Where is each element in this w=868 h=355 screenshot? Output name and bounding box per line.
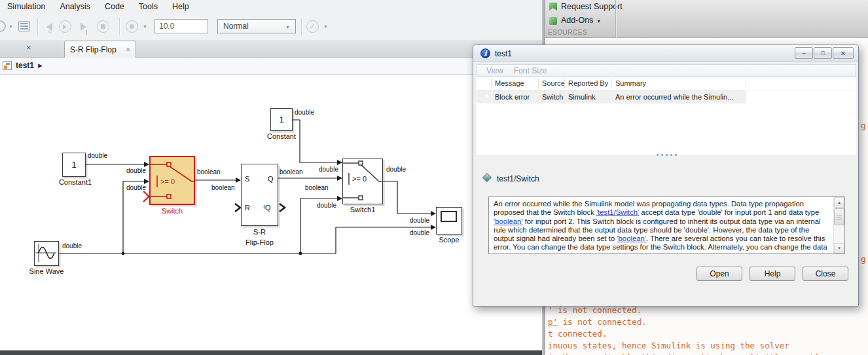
port-nq: !Q: [263, 204, 271, 212]
hidden-tab-close-icon[interactable]: ×: [26, 43, 31, 52]
addons-button[interactable]: Add-Ons▼: [561, 16, 601, 25]
block-switch[interactable]: >= 0: [149, 156, 195, 205]
close-window-button[interactable]: ✕: [833, 47, 854, 59]
col-icon: [477, 79, 492, 88]
constant1-value: 1: [63, 153, 85, 176]
open-button[interactable]: Open: [696, 267, 742, 281]
block-scope[interactable]: [436, 207, 462, 234]
error-link[interactable]: 'test1/Switch': [596, 208, 639, 216]
signal-label: double: [317, 202, 336, 209]
scroll-down-icon[interactable]: ▼: [834, 243, 844, 253]
step-back-icon[interactable]: [43, 23, 52, 31]
settings-gear-icon[interactable]: [0, 20, 6, 32]
menu-code[interactable]: Code: [98, 2, 132, 11]
scope-screen-icon: [441, 211, 457, 222]
toolbar-separator: [301, 18, 302, 35]
menu-font-size[interactable]: Font Size: [514, 66, 547, 75]
error-link[interactable]: 'boolean': [617, 234, 646, 242]
console-line: ' is not connected.: [548, 305, 642, 315]
block-label-switch1: Switch1: [340, 206, 386, 214]
block-diamond-icon: [482, 173, 492, 182]
port-r: R: [245, 204, 250, 212]
addons-label: Add-Ons: [561, 16, 593, 25]
splitter-handle[interactable]: [650, 154, 683, 156]
record-caret-icon[interactable]: ▼: [143, 24, 147, 29]
dialog-titlebar[interactable]: i test1 – □ ✕: [473, 45, 858, 62]
breadcrumb: test1 ▶: [0, 58, 542, 75]
signal-label: boolean: [305, 184, 329, 191]
addons-icon: [549, 17, 557, 25]
mode-caret-icon: ▼: [285, 25, 290, 29]
addons-caret-icon: ▼: [596, 19, 601, 24]
simulation-stop-time-input[interactable]: [154, 19, 208, 33]
info-icon: i: [480, 48, 490, 58]
run-icon[interactable]: [59, 20, 71, 33]
block-label-switch: Switch: [149, 207, 195, 215]
simulink-editor-window: Simulation Analysis Code Tools Help ▼ ▼ …: [0, 0, 545, 355]
col-source[interactable]: Source: [539, 79, 565, 88]
breadcrumb-arrow-icon[interactable]: ▶: [38, 62, 43, 69]
scroll-thumb[interactable]: [834, 208, 844, 225]
simulation-mode-dropdown[interactable]: Normal ▼: [217, 19, 296, 33]
editor-toolbar: ▼ ▼ Normal ▼ ✓ ▼: [0, 13, 542, 40]
cell-message: Block error: [492, 93, 539, 101]
block-constant[interactable]: 1: [270, 108, 293, 131]
console-fragment: g: [861, 121, 866, 130]
block-label-srff-2: Flip-Flop: [234, 238, 285, 246]
error-detail-text: An error occurred while the Simulink mod…: [489, 197, 833, 253]
diagnostic-dialog: i test1 – □ ✕ View Font Size Message Sou…: [473, 45, 859, 307]
scrollbar[interactable]: ▲ ▼: [833, 197, 844, 253]
menu-simulation[interactable]: Simulation: [0, 2, 52, 11]
block-label-scope: Scope: [434, 236, 464, 244]
close-button[interactable]: Close: [803, 267, 848, 281]
block-switch1[interactable]: >= 0: [342, 159, 383, 204]
col-message[interactable]: Message: [492, 79, 539, 88]
menu-view[interactable]: View: [486, 66, 503, 75]
console-line: p' is not connected.: [548, 317, 647, 327]
minimize-button[interactable]: –: [795, 47, 813, 59]
menu-analysis[interactable]: Analysis: [52, 2, 98, 11]
tab-sr-flip-flop[interactable]: S-R Flip-Flop ×: [64, 41, 136, 58]
restore-button[interactable]: □: [814, 47, 832, 59]
error-block-path: test1/Switch: [497, 174, 539, 183]
signal-label: double: [88, 152, 107, 159]
cell-icon: ✚: [477, 93, 492, 101]
error-table: Message Source Reported By Summary ✚ Blo…: [477, 77, 856, 155]
screen: Request Support Add-Ons▼ ESOURCES g g ' …: [0, 0, 868, 355]
signal-label: boolean: [211, 184, 235, 191]
col-summary[interactable]: Summary: [612, 79, 746, 88]
scroll-up-icon[interactable]: ▲: [834, 197, 844, 208]
editor-menubar: Simulation Analysis Code Tools Help: [0, 0, 542, 13]
port-s: S: [245, 175, 249, 183]
diagram-canvas[interactable]: 1 Constant1 >= 0 S: [0, 75, 542, 350]
block-sr-flip-flop[interactable]: S Q R !Q: [241, 164, 278, 226]
signal-label: double: [319, 166, 338, 173]
menu-tools[interactable]: Tools: [132, 2, 165, 11]
constant-value: 1: [271, 109, 292, 130]
library-browser-icon[interactable]: [18, 21, 30, 31]
record-icon[interactable]: [126, 20, 138, 33]
block-constant1[interactable]: 1: [62, 153, 86, 177]
menu-help[interactable]: Help: [165, 2, 196, 11]
model-icon: [3, 61, 12, 70]
model-advisor-check-icon[interactable]: ✓: [306, 20, 319, 33]
table-header: Message Source Reported By Summary: [477, 77, 856, 90]
request-support-button[interactable]: Request Support: [561, 2, 623, 11]
signal-label: double: [410, 229, 429, 236]
error-detail-box[interactable]: An error occurred while the Simulink mod…: [488, 196, 845, 254]
console-line: t connected.: [548, 329, 607, 339]
dialog-title: test1: [495, 49, 512, 58]
cell-source: Switch: [539, 93, 565, 101]
table-row[interactable]: ✚ Block error Switch Simulink An error o…: [477, 90, 746, 103]
check-caret-icon[interactable]: ▼: [323, 24, 328, 29]
tab-close-icon[interactable]: ×: [126, 45, 130, 54]
gear-caret-icon[interactable]: ▼: [9, 24, 13, 29]
help-button[interactable]: Help: [750, 267, 795, 281]
col-reported-by[interactable]: Reported By: [565, 79, 612, 88]
breadcrumb-model-name[interactable]: test1: [16, 61, 34, 70]
step-forward-icon[interactable]: [77, 20, 90, 33]
error-link[interactable]: 'boolean': [494, 217, 523, 225]
block-sine-wave[interactable]: [34, 241, 59, 266]
stop-icon[interactable]: [97, 20, 109, 33]
signal-label: double: [126, 167, 146, 174]
